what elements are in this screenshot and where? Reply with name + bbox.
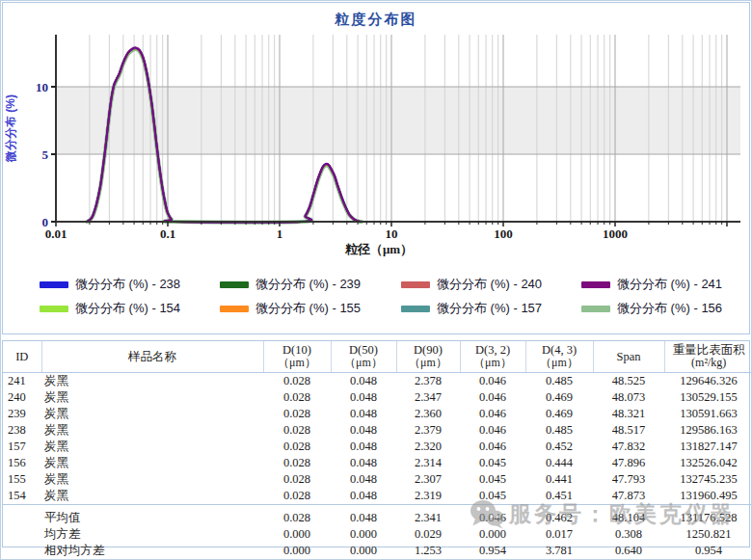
table-cell: 炭黑 [41, 471, 263, 488]
table-cell: 240 [3, 389, 41, 406]
table-cell: 156 [3, 455, 41, 471]
table-cell: 0.441 [525, 471, 593, 488]
table-cell: 0.462 [525, 505, 593, 527]
table-cell: 0.954 [664, 543, 752, 559]
table-cell: 157 [3, 439, 41, 455]
table-cell: 0.048 [331, 373, 396, 390]
table-cell: 48.104 [593, 505, 664, 527]
table-cell: 2.307 [396, 471, 460, 488]
table-cell: 0.308 [593, 526, 664, 543]
table-cell: 47.832 [593, 439, 664, 455]
table-cell: 48.073 [593, 389, 664, 406]
chart-title: 粒度分布图 [3, 11, 749, 29]
table-cell: 0.046 [460, 439, 525, 455]
table-cell: 0.048 [331, 422, 396, 439]
legend-swatch [581, 281, 610, 288]
table-cell [3, 543, 41, 559]
x-tick-label: 1 [277, 227, 283, 241]
table-cell: 0.451 [525, 488, 593, 505]
table-cell: 2.379 [396, 422, 460, 439]
table-cell: 0.469 [525, 406, 593, 422]
table-header-cell: D(3, 2)（μm） [460, 341, 525, 373]
table-cell: 炭黑 [41, 389, 263, 406]
table-row: 241炭黑0.0280.0482.3780.0460.48548.5251296… [3, 373, 752, 390]
table-cell: 131176.528 [664, 505, 752, 527]
table-cell: 0.000 [460, 526, 525, 543]
legend-item-241: 微分分布 (%) - 241 [581, 276, 736, 293]
x-tick-label: 0.1 [160, 227, 175, 241]
table-cell: 0.028 [263, 505, 331, 527]
table-header-sub: （μm） [463, 357, 524, 370]
table-cell: 0.045 [460, 471, 525, 488]
table-cell: 0.048 [331, 488, 396, 505]
legend-item-155: 微分分布 (%) - 155 [220, 300, 401, 317]
table-cell: 131827.147 [664, 439, 752, 455]
table-header-cell: D(90)（μm） [396, 341, 460, 373]
table-cell: 0.045 [460, 488, 525, 505]
table-header-sub: （μm） [399, 357, 458, 370]
table-cell: 2.319 [396, 488, 460, 505]
legend-swatch [220, 306, 249, 312]
summary-row: 平均值0.0280.0482.3410.0460.46248.104131176… [3, 505, 752, 527]
table-cell: 47.873 [593, 488, 664, 505]
table-header-sub: （μm） [334, 357, 394, 370]
table-cell: 239 [3, 406, 41, 422]
table-cell: 0.000 [263, 543, 331, 559]
table-header-sub: (m²/kg) [667, 357, 752, 370]
table-cell: 0.048 [331, 505, 396, 527]
table-cell: 0.028 [263, 373, 331, 390]
table-row: 155炭黑0.0280.0482.3070.0450.44147.7931327… [3, 471, 752, 488]
table-cell: 0.028 [263, 439, 331, 455]
legend-label: 微分分布 (%) - 240 [437, 276, 542, 293]
table-header-cell: D(50)（μm） [331, 341, 396, 373]
legend-item-157: 微分分布 (%) - 157 [401, 300, 581, 317]
table-row: 154炭黑0.0280.0482.3190.0450.45147.8731319… [3, 488, 752, 505]
legend-swatch [220, 281, 249, 288]
table-cell: 1250.821 [664, 526, 752, 543]
table-cell: 炭黑 [41, 439, 263, 455]
distribution-plot: 0.010.111010010000510 [3, 3, 749, 267]
table-cell: 0.048 [331, 439, 396, 455]
table-cell [3, 526, 41, 543]
table-row: 156炭黑0.0280.0482.3140.0450.44447.8961325… [3, 455, 752, 471]
table-cell: 0.048 [331, 455, 396, 471]
table-cell: 0.028 [263, 471, 331, 488]
legend-label: 微分分布 (%) - 238 [75, 276, 180, 293]
table-cell: 48.525 [593, 373, 664, 390]
y-tick-label: 0 [42, 215, 49, 229]
table-cell: 1.253 [396, 543, 460, 559]
table-cell: 0.452 [525, 439, 593, 455]
legend-label: 微分分布 (%) - 241 [617, 276, 722, 293]
table-cell: 0.469 [525, 389, 593, 406]
report-page: 0.010.111010010000510 粒度分布图 微分分布 (%) 粒径（… [0, 0, 752, 560]
table-cell: 2.347 [396, 389, 460, 406]
table-cell: 130529.155 [664, 389, 752, 406]
table-cell: 2.314 [396, 455, 460, 471]
table-cell: 0.000 [263, 526, 331, 543]
table-cell: 0.954 [460, 543, 525, 559]
legend-swatch [581, 306, 610, 312]
legend-item-154: 微分分布 (%) - 154 [40, 300, 220, 317]
table-cell: 241 [3, 373, 41, 390]
table-cell: 0.485 [525, 422, 593, 439]
table-cell: 0.000 [331, 543, 396, 559]
table-cell: 0.640 [593, 543, 664, 559]
table-cell: 0.046 [460, 373, 525, 390]
table-cell: 0.028 [263, 422, 331, 439]
table-row: 240炭黑0.0280.0482.3470.0460.46948.0731305… [3, 389, 752, 406]
legend-item-156: 微分分布 (%) - 156 [581, 300, 736, 317]
legend-item-239: 微分分布 (%) - 239 [220, 276, 401, 293]
table-header-cell: 重量比表面积(m²/kg) [664, 341, 752, 373]
table-cell: 炭黑 [41, 422, 263, 439]
table-cell: 155 [3, 471, 41, 488]
table-cell: 2.320 [396, 439, 460, 455]
table-cell: 0.046 [460, 389, 525, 406]
shaded-band [56, 87, 740, 154]
table-header-cell: ID [3, 341, 41, 373]
y-tick-label: 10 [36, 80, 48, 94]
table-header-sub: （μm） [266, 357, 329, 370]
summary-row: 均方差0.0000.0000.0290.0000.0170.3081250.82… [3, 526, 752, 543]
table-row: 239炭黑0.0280.0482.3600.0460.46948.3211305… [3, 406, 752, 422]
y-axis-label: 微分分布 (%) [3, 71, 18, 185]
table-cell: 238 [3, 422, 41, 439]
